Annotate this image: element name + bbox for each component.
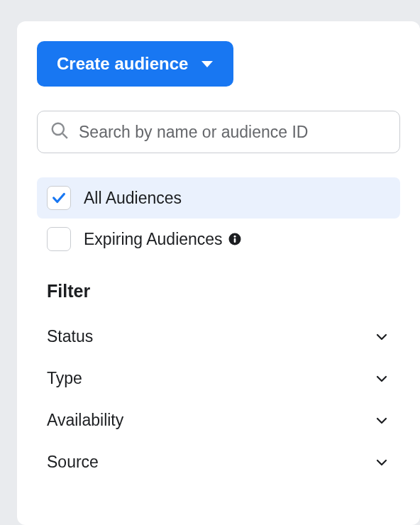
audience-type-list: All Audiences Expiring Audiences: [37, 177, 400, 260]
filter-source[interactable]: Source: [37, 441, 400, 483]
create-audience-label: Create audience: [57, 54, 188, 74]
filter-list: Status Type Availability Source: [37, 316, 400, 483]
search-field[interactable]: [37, 111, 400, 153]
svg-point-0: [52, 123, 64, 135]
filter-label: Status: [47, 327, 93, 346]
svg-point-3: [233, 236, 236, 238]
chevron-down-icon: [375, 414, 389, 428]
create-audience-button[interactable]: Create audience: [37, 41, 233, 87]
filter-label: Availability: [47, 411, 123, 430]
search-input[interactable]: [79, 123, 387, 142]
chevron-down-icon: [375, 372, 389, 386]
filter-label: Type: [47, 369, 82, 388]
chevron-down-icon: [375, 330, 389, 344]
checkbox-checked[interactable]: [47, 186, 71, 210]
filter-availability[interactable]: Availability: [37, 399, 400, 441]
checkbox-label: Expiring Audiences: [84, 230, 241, 249]
filter-type[interactable]: Type: [37, 358, 400, 399]
filter-status[interactable]: Status: [37, 316, 400, 358]
expiring-audiences-label: Expiring Audiences: [84, 230, 223, 249]
svg-line-1: [62, 133, 67, 138]
filter-label: Source: [47, 453, 99, 472]
svg-rect-4: [233, 238, 236, 243]
audience-filter-expiring[interactable]: Expiring Audiences: [37, 219, 400, 260]
chevron-down-icon: [375, 455, 389, 470]
checkbox-label: All Audiences: [84, 189, 182, 208]
audiences-panel: Create audience All Audiences: [17, 21, 420, 525]
filter-heading: Filter: [37, 281, 400, 302]
info-icon[interactable]: [228, 233, 241, 245]
caret-down-icon: [201, 54, 214, 74]
all-audiences-label: All Audiences: [84, 189, 182, 208]
audience-filter-all[interactable]: All Audiences: [37, 177, 400, 219]
checkbox-unchecked[interactable]: [47, 227, 71, 251]
search-icon: [50, 121, 69, 143]
